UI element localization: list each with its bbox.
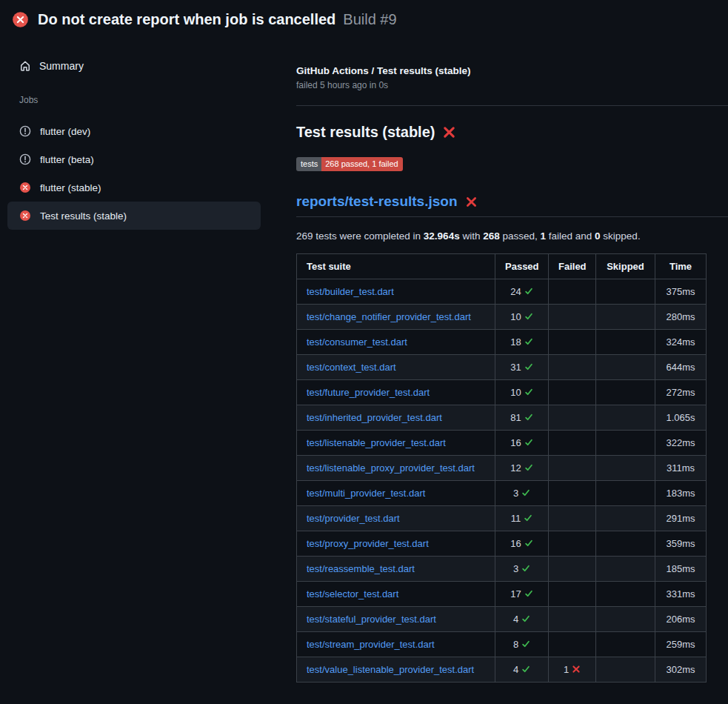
check-icon — [524, 337, 533, 346]
col-header-passed: Passed — [495, 254, 549, 279]
suite-link[interactable]: test/builder_test.dart — [307, 286, 394, 297]
table-row: test/stream_provider_test.dart8259ms — [297, 632, 707, 657]
suite-link[interactable]: test/listenable_proxy_provider_test.dart — [307, 462, 475, 474]
time-cell: 302ms — [655, 657, 707, 683]
time-cell: 272ms — [655, 380, 707, 405]
table-header-row: Test suite Passed Failed Skipped Time — [297, 254, 707, 279]
suite-link[interactable]: test/reassemble_test.dart — [307, 563, 415, 574]
summary-sentence: 269 tests were completed in 32.964s with… — [296, 230, 728, 242]
x-circle-icon — [19, 182, 31, 193]
failure-status-icon — [12, 11, 29, 28]
check-title: Test results (stable) — [296, 124, 435, 141]
results-table: Test suite Passed Failed Skipped Time te… — [296, 253, 707, 683]
alert-circle-icon — [19, 125, 31, 137]
check-icon — [521, 665, 530, 674]
build-number: Build #9 — [343, 11, 396, 28]
check-icon — [524, 463, 533, 472]
suite-link[interactable]: test/change_notifier_provider_test.dart — [307, 311, 471, 322]
time-cell: 206ms — [655, 607, 707, 632]
check-run-header: Do not create report when job is cancell… — [0, 0, 728, 39]
suite-link[interactable]: test/stream_provider_test.dart — [307, 639, 435, 650]
results-table-body: test/builder_test.dart24375mstest/change… — [297, 279, 707, 683]
col-header-test-suite: Test suite — [297, 254, 495, 279]
table-row: test/change_notifier_provider_test.dart1… — [297, 305, 707, 330]
passed-count: 24 — [510, 286, 521, 297]
sidebar-item-job[interactable]: flutter (stable) — [7, 173, 261, 202]
time-cell: 311ms — [655, 456, 707, 481]
suite-link[interactable]: test/value_listenable_provider_test.dart — [307, 664, 474, 675]
passed-count: 10 — [510, 311, 521, 322]
workflow-run-title: Do not create report when job is cancell… — [38, 11, 335, 28]
suite-link[interactable]: test/provider_test.dart — [307, 513, 400, 524]
passed-count: 17 — [510, 588, 521, 600]
check-icon — [524, 362, 533, 371]
passed-count: 16 — [510, 437, 521, 448]
cross-mark-icon — [465, 196, 478, 208]
time-cell: 359ms — [655, 531, 707, 557]
job-label: flutter (stable) — [40, 182, 101, 193]
table-row: test/provider_test.dart11291ms — [297, 506, 707, 531]
sidebar-item-job[interactable]: flutter (dev) — [7, 117, 261, 145]
table-row: test/future_provider_test.dart10272ms — [297, 380, 707, 405]
check-icon — [524, 413, 533, 422]
table-row: test/stateful_provider_test.dart4206ms — [297, 607, 707, 632]
passed-count: 3 — [513, 488, 518, 499]
job-label: Test results (stable) — [40, 210, 127, 222]
table-row: test/listenable_provider_test.dart16322m… — [297, 431, 707, 456]
suite-link[interactable]: test/listenable_provider_test.dart — [307, 437, 446, 448]
table-row: test/multi_provider_test.dart3183ms — [297, 481, 707, 506]
check-icon — [521, 564, 530, 573]
suite-link[interactable]: test/inherited_provider_test.dart — [307, 412, 442, 423]
sidebar-item-summary[interactable]: Summary — [7, 53, 261, 79]
status-line: failed 5 hours ago in 0s — [296, 80, 728, 90]
failed-count: 1 — [564, 664, 569, 675]
col-header-failed: Failed — [549, 254, 596, 279]
suite-link[interactable]: test/multi_provider_test.dart — [307, 488, 425, 499]
time-cell: 375ms — [655, 279, 707, 305]
passed-count: 18 — [510, 336, 521, 348]
suite-link[interactable]: test/selector_test.dart — [307, 588, 398, 600]
badge-label: tests — [296, 157, 321, 171]
job-label: flutter (beta) — [40, 154, 94, 165]
suite-link[interactable]: test/future_provider_test.dart — [307, 387, 430, 398]
table-row: test/consumer_test.dart18324ms — [297, 330, 707, 355]
time-cell: 324ms — [655, 330, 707, 355]
passed-count: 16 — [510, 538, 521, 549]
passed-count: 3 — [513, 563, 518, 574]
time-cell: 322ms — [655, 431, 707, 456]
check-icon — [524, 312, 533, 321]
check-icon — [524, 589, 533, 598]
time-cell: 185ms — [655, 557, 707, 582]
table-row: test/context_test.dart31644ms — [297, 355, 707, 380]
alert-circle-icon — [19, 153, 31, 165]
time-cell: 183ms — [655, 481, 707, 506]
time-cell: 644ms — [655, 355, 707, 380]
sidebar-item-job[interactable]: Test results (stable) — [7, 202, 261, 230]
main-content: GitHub Actions / Test results (stable) f… — [284, 39, 728, 683]
table-row: test/value_listenable_provider_test.dart… — [297, 657, 707, 683]
home-icon — [19, 60, 31, 72]
summary-label: Summary — [39, 60, 84, 72]
check-icon — [521, 614, 530, 623]
table-row: test/listenable_proxy_provider_test.dart… — [297, 456, 707, 481]
x-circle-icon — [19, 210, 31, 222]
suite-link[interactable]: test/context_test.dart — [307, 362, 396, 373]
passed-count: 12 — [510, 462, 521, 474]
divider — [296, 105, 728, 106]
table-row: test/builder_test.dart24375ms — [297, 279, 707, 305]
passed-count: 4 — [513, 664, 518, 675]
table-row: test/reassemble_test.dart3185ms — [297, 557, 707, 582]
col-header-skipped: Skipped — [596, 254, 655, 279]
check-icon — [524, 388, 533, 396]
time-cell: 331ms — [655, 582, 707, 607]
suite-link[interactable]: test/proxy_provider_test.dart — [307, 538, 429, 549]
sidebar-item-job[interactable]: flutter (beta) — [7, 145, 261, 173]
table-row: test/inherited_provider_test.dart811.065… — [297, 405, 707, 431]
suite-link[interactable]: test/consumer_test.dart — [307, 336, 407, 348]
time-cell: 280ms — [655, 305, 707, 330]
report-title-link[interactable]: reports/test-results.json — [296, 193, 458, 210]
time-cell: 259ms — [655, 632, 707, 657]
suite-link[interactable]: test/stateful_provider_test.dart — [307, 614, 436, 625]
check-icon — [524, 539, 533, 548]
check-icon — [524, 514, 532, 522]
